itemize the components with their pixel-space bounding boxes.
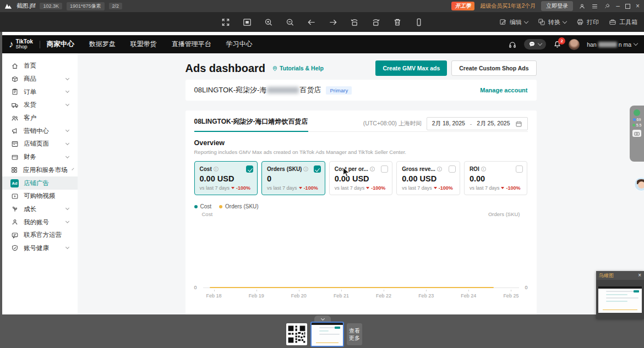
- sidebar-item-products[interactable]: 商品: [2, 73, 78, 86]
- line-chart: 0 0: [194, 217, 528, 290]
- pin-icon[interactable]: [604, 3, 610, 9]
- shop-account-tab[interactable]: 08LINGTOK-宛柒汐-海口靖烨饮百货店: [194, 117, 308, 132]
- camera-icon[interactable]: [632, 130, 641, 137]
- orders-icon: [10, 88, 19, 96]
- info-icon[interactable]: [481, 167, 486, 172]
- rotate-ccw-icon[interactable]: [348, 15, 361, 29]
- fit-screen-icon[interactable]: [241, 15, 254, 29]
- notifications-button[interactable]: 2: [553, 40, 561, 48]
- arrow-left-icon[interactable]: [305, 15, 318, 29]
- report-card: 08LINGTOK-宛柒汐-海口靖烨饮百货店 (UTC+08:00) 上海时间 …: [185, 111, 537, 314]
- home-icon: [10, 62, 19, 70]
- checkbox-icon[interactable]: [246, 165, 253, 173]
- cost-dot-icon: [194, 205, 198, 208]
- account-name: 08LINGTOK-宛柒汐-海 百货店: [194, 85, 321, 95]
- metric-card-roi[interactable]: ROI 0.00 vs last 7 days-100%: [464, 161, 528, 195]
- menu-icon[interactable]: [591, 3, 598, 10]
- phone-icon[interactable]: [412, 15, 425, 29]
- nav-item-learning-center[interactable]: 学习中心: [226, 40, 253, 49]
- mini-screenshot: [312, 323, 343, 346]
- info-icon[interactable]: [370, 167, 375, 172]
- edit-button[interactable]: 编辑: [499, 18, 528, 26]
- print-label: 打印: [587, 18, 599, 26]
- convert-button[interactable]: 转换: [538, 18, 566, 26]
- nav-item-affiliate[interactable]: 联盟带货: [130, 40, 157, 49]
- rotate-cw-icon[interactable]: [369, 15, 383, 29]
- sidebar-item-growth[interactable]: 成长: [2, 203, 78, 216]
- file-index-badge: 2/2: [109, 3, 123, 9]
- birdseye-window[interactable]: 鸟瞰图 ×: [596, 271, 644, 319]
- sidebar-item-shoppable-video[interactable]: 可购物视频: [2, 190, 78, 203]
- nav-item-data-compass[interactable]: 数据罗盘: [89, 40, 116, 49]
- legend-orders-sku[interactable]: Orders (SKU): [219, 203, 259, 209]
- headset-icon[interactable]: [508, 40, 517, 49]
- chevron-down-icon: [72, 168, 74, 170]
- print-button[interactable]: 打印: [576, 18, 599, 26]
- sidebar-item-my-account[interactable]: 我的账号: [2, 216, 78, 229]
- sidebar-item-account-health[interactable]: 账号健康: [2, 242, 78, 255]
- metric-card-orders-sku[interactable]: Orders (SKU) 0 vs last 7 days-100%: [261, 161, 325, 195]
- checkbox-icon[interactable]: [314, 165, 321, 173]
- legend-cost[interactable]: Cost: [194, 203, 212, 209]
- metric-card-cost[interactable]: Cost 0.00 USD vs last 7 days-100%: [194, 161, 258, 195]
- tutorials-help-link[interactable]: Tutorials & Help: [272, 65, 324, 71]
- account-health-icon: [10, 244, 19, 252]
- metric-card-gross-revenue[interactable]: Gross reve... 0.00 USD vs last 7 days-10…: [396, 161, 460, 195]
- sidebar-item-shop-ads[interactable]: Ad 店铺广告: [2, 176, 78, 190]
- calendar-icon: [515, 120, 522, 128]
- close-icon[interactable]: ×: [638, 273, 641, 278]
- delete-icon[interactable]: [391, 15, 404, 29]
- birdseye-preview: [598, 286, 642, 313]
- fullscreen-icon[interactable]: [219, 15, 232, 29]
- contact-icon: [10, 231, 19, 239]
- login-button[interactable]: 立即登录: [541, 1, 573, 11]
- zoom-out-icon[interactable]: [283, 15, 297, 29]
- user-name[interactable]: han n ma: [587, 41, 637, 48]
- sidebar-item-contact-official[interactable]: 联系官方运营: [2, 229, 78, 242]
- messages-button[interactable]: [524, 39, 546, 49]
- maximize-icon[interactable]: [625, 4, 630, 9]
- viewer-canvas: ♪ TikTok Shop 商家中心 数据罗盘 联盟带货 直播管理平台 学习中心: [0, 32, 644, 348]
- thumbnail-qr-code[interactable]: [286, 323, 307, 345]
- sidebar-item-apps-market[interactable]: 应用和服务市场: [2, 164, 78, 177]
- arrow-right-icon[interactable]: [326, 15, 340, 29]
- sidebar-item-orders[interactable]: 订单: [2, 85, 78, 98]
- marketing-icon: [10, 127, 19, 135]
- sidebar-item-shipping[interactable]: 发货: [2, 98, 78, 112]
- apps-market-icon: [10, 166, 18, 174]
- minimize-icon[interactable]: –: [616, 3, 620, 9]
- date-range-picker[interactable]: 2月 18, 2025 - 2月 25, 2025: [427, 117, 528, 130]
- avatar[interactable]: [569, 39, 580, 50]
- info-icon[interactable]: [303, 167, 308, 172]
- close-icon[interactable]: ×: [636, 3, 640, 9]
- zoom-in-icon[interactable]: [262, 15, 275, 29]
- info-icon[interactable]: [437, 167, 442, 172]
- create-custom-shop-ads-button[interactable]: Create Custom Shop Ads: [451, 60, 536, 76]
- toolbox-button[interactable]: 工具箱: [609, 18, 637, 26]
- sidebar-item-marketing-center[interactable]: 营销中心: [2, 124, 78, 137]
- checkbox-icon[interactable]: [516, 165, 523, 173]
- chevron-down-icon: [634, 41, 638, 46]
- checkbox-icon[interactable]: [449, 165, 456, 173]
- user-name-start: han: [587, 41, 597, 48]
- nav-item-live-management[interactable]: 直播管理平台: [172, 40, 211, 49]
- checkbox-icon[interactable]: [381, 165, 388, 173]
- nav-item-seller-center[interactable]: 商家中心: [47, 40, 74, 49]
- growth-icon: [10, 205, 19, 213]
- manage-account-link[interactable]: Manage account: [480, 87, 527, 93]
- tiktok-shop-logo[interactable]: ♪ TikTok Shop: [9, 39, 33, 50]
- sidebar-item-home[interactable]: 首页: [2, 59, 78, 73]
- birdseye-title: 鸟瞰图: [599, 272, 614, 279]
- side-widget-panel[interactable]: 69 5.5: [630, 106, 644, 162]
- view-more-button[interactable]: 查看更多: [347, 323, 362, 345]
- create-gmv-max-ads-button[interactable]: Create GMV Max ads: [375, 60, 447, 76]
- info-icon[interactable]: [214, 167, 219, 172]
- thumbnail-current-image[interactable]: [310, 322, 344, 347]
- sidebar-item-customers[interactable]: 客户: [2, 112, 78, 125]
- right-axis-label: Orders (SKU): [488, 211, 520, 217]
- metric-card-cost-per-order[interactable]: Cost per or... 0.00 USD vs last 7 days-1…: [329, 161, 393, 195]
- user-icon[interactable]: [578, 3, 586, 10]
- sidebar-item-finance[interactable]: 财务: [2, 151, 78, 164]
- sidebar-item-store-pages[interactable]: 店铺页面: [2, 137, 78, 151]
- birdseye-header: 鸟瞰图 ×: [596, 271, 644, 280]
